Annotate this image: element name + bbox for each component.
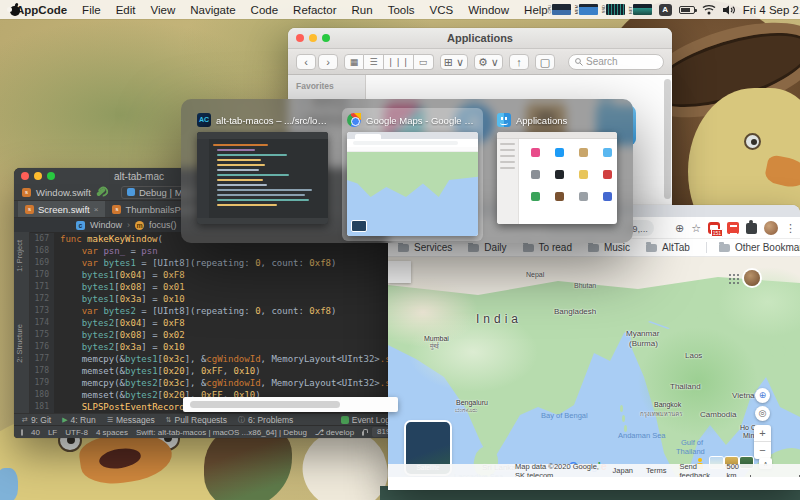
stripe-project-button[interactable]: 1: Project — [15, 240, 24, 272]
ssd-widget[interactable]: SSD — [602, 4, 625, 15]
tags-button[interactable]: ▢ — [535, 54, 555, 70]
scrollbar[interactable] — [664, 79, 671, 199]
window-thumbnail-chrome[interactable] — [347, 132, 478, 236]
menu-refactor[interactable]: Refactor — [293, 4, 336, 16]
wrench-icon[interactable] — [96, 187, 106, 196]
ssd-graph-icon — [606, 4, 625, 15]
group-button[interactable]: ⊞ ∨ — [440, 54, 468, 70]
window-thumbnail-appcode[interactable] — [197, 132, 328, 224]
close-tab-icon[interactable]: × — [94, 205, 99, 214]
close-button[interactable] — [21, 172, 29, 180]
action-gear-button[interactable]: ⚙ ∨ — [474, 54, 503, 70]
tool-button-4-run[interactable]: ▶4: Run — [62, 415, 95, 425]
window-thumbnail-finder[interactable] — [497, 132, 617, 224]
code-editor[interactable]: 1: Project 2: Structure 167func makeKeyW… — [14, 232, 398, 413]
tool-button-messages[interactable]: ☰Messages — [107, 415, 155, 425]
attribution-link-feedback[interactable]: Send feedback — [679, 462, 713, 478]
google-account-avatar[interactable] — [744, 270, 760, 286]
tab-screen-swift[interactable]: s Screen.swift × — [18, 201, 105, 217]
zoom-button[interactable] — [47, 172, 55, 180]
breadcrumb-class[interactable]: Window — [90, 220, 122, 230]
event-log-button[interactable]: Event Log — [341, 415, 390, 425]
menu-appcode[interactable]: AppCode — [16, 4, 67, 16]
bookmark-music[interactable]: Music — [588, 242, 630, 253]
bookmark-to-read[interactable]: To read — [523, 242, 572, 253]
menu-vcs[interactable]: VCS — [430, 4, 454, 16]
attribution-link-terms[interactable]: Terms — [646, 466, 666, 475]
forward-button[interactable]: › — [318, 54, 338, 70]
search-icon — [575, 58, 583, 66]
tool-window-bar: ⇄9: Git▶4: Run☰Messages⇅Pull Requestsⓘ6:… — [14, 413, 398, 425]
my-location-button[interactable]: ◎ — [755, 406, 770, 421]
extensions-puzzle-icon[interactable] — [746, 223, 757, 234]
map-globe-button[interactable]: ⊕ — [755, 388, 770, 403]
list-view-button[interactable]: ☰ — [364, 54, 384, 70]
menu-navigate[interactable]: Navigate — [190, 4, 235, 16]
google-map[interactable]: NepalBhutanBangladeshIndiaMyanmar(Burma)… — [388, 257, 800, 477]
switcher-item-chrome-selected[interactable]: Google Maps - Google Chr... — [342, 108, 483, 241]
nav-file-name[interactable]: Window.swift — [36, 187, 91, 198]
line-number: 179 — [30, 377, 54, 389]
share-button[interactable]: ↑ — [509, 54, 529, 70]
bookmark-daily[interactable]: Daily — [468, 242, 506, 253]
google-apps-grid-icon[interactable] — [729, 274, 731, 276]
alttab-menubar-icon[interactable]: A — [659, 4, 672, 16]
code-line: 176 bytes2[0x3a] = 0x10 — [30, 341, 398, 353]
status-item: 40 — [31, 428, 40, 437]
menu-help[interactable]: Help — [524, 4, 548, 16]
menu-tools[interactable]: Tools — [388, 4, 415, 16]
line-number: 170 — [30, 269, 54, 281]
code-area[interactable]: 167func makeKeyWindow(168 var psn_ = psn… — [30, 232, 398, 413]
icon-view-button[interactable]: ▦ — [344, 54, 364, 70]
menu-code[interactable]: Code — [251, 4, 279, 16]
stripe-structure-button[interactable]: 2: Structure — [15, 324, 24, 363]
menu-view[interactable]: View — [150, 4, 175, 16]
tool-button-icon: ⇅ — [166, 416, 172, 424]
extension-icon-red2[interactable] — [727, 222, 739, 234]
menu-run[interactable]: Run — [352, 4, 373, 16]
back-button[interactable]: ‹ — [296, 54, 316, 70]
column-view-button[interactable]: ❘❘❘ — [384, 54, 414, 70]
gallery-view-button[interactable]: ▭ — [414, 54, 434, 70]
branch-icon: ⎇ — [315, 428, 324, 437]
other-bookmarks[interactable]: Other Bookmarks — [706, 242, 800, 253]
appcode-traffic-lights[interactable] — [21, 172, 55, 180]
git-branch[interactable]: ⎇develop — [315, 428, 354, 437]
line-number: 171 — [30, 281, 54, 293]
switcher-item-appcode[interactable]: AC alt-tab-macos – .../src/logic... — [192, 108, 333, 229]
bookmark-star-icon[interactable]: ☆ — [691, 222, 701, 235]
battery-icon[interactable] — [679, 6, 695, 14]
attribution-link-japan[interactable]: Japan — [613, 466, 633, 475]
chrome-menu-icon[interactable]: ⋮ — [785, 222, 796, 235]
mem-widget[interactable]: MEM — [575, 4, 598, 15]
swift-file-icon: s — [25, 205, 34, 214]
zoom-in-button[interactable]: + — [754, 425, 771, 442]
reading-list-icon[interactable]: ⊕ — [675, 222, 684, 235]
volume-icon[interactable] — [723, 5, 736, 15]
bookmark-alttab[interactable]: AltTab — [646, 242, 690, 253]
profile-avatar[interactable] — [764, 221, 778, 235]
menu-window[interactable]: Window — [468, 4, 509, 16]
tool-button-pull-requests[interactable]: ⇅Pull Requests — [166, 415, 227, 425]
extension-icon-red[interactable]: 151 — [708, 222, 720, 234]
net-widget[interactable]: NET — [629, 4, 652, 15]
switcher-item-finder[interactable]: Applications — [492, 108, 622, 229]
bookmark-services[interactable]: Services — [398, 242, 452, 253]
tool-button-6-problems[interactable]: ⓘ6: Problems — [238, 415, 293, 425]
zoom-out-button[interactable]: − — [754, 442, 771, 458]
wallpaper-duck-pupil — [751, 139, 757, 145]
line-number: 168 — [30, 245, 54, 257]
code-line: 169 var bytes1 = [UInt8](repeating: 0, c… — [30, 257, 398, 269]
minimize-button[interactable] — [34, 172, 42, 180]
cpu-widget[interactable]: CPU — [548, 4, 571, 15]
finder-search-field[interactable]: Search — [568, 54, 664, 70]
tool-button-9-git[interactable]: ⇄9: Git — [22, 415, 51, 425]
menu-edit[interactable]: Edit — [116, 4, 136, 16]
code-line: 177 memcpy(&bytes1[0x3c], &cgWindowId, M… — [30, 353, 398, 365]
zoom-control[interactable]: +− — [754, 425, 771, 459]
finder-titlebar[interactable]: Applications — [288, 28, 672, 49]
wifi-icon[interactable] — [702, 4, 716, 15]
menubar-clock[interactable]: Fri 4 Sep 21:08 — [743, 4, 800, 16]
menu-file[interactable]: File — [82, 4, 101, 16]
breadcrumb-method[interactable]: focus() — [149, 220, 177, 230]
